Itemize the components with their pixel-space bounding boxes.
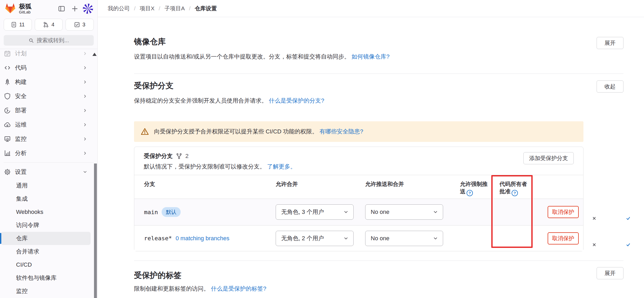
todos-count-button[interactable]: 3 xyxy=(66,19,94,31)
collapse-sidebar-button[interactable] xyxy=(56,3,67,14)
sidebar-item-integrations[interactable]: 集成 xyxy=(1,192,91,205)
column-header-force-push: 允许强制推送? xyxy=(460,180,491,196)
toggle-knob xyxy=(589,213,599,223)
sidebar-item-webhooks[interactable]: Webhooks xyxy=(1,205,91,219)
matching-branches-link[interactable]: 0 matching branches xyxy=(176,235,229,242)
sidebar-item-operate[interactable]: 运维 xyxy=(0,118,97,132)
branch-cell: release* 0 matching branches xyxy=(144,235,229,242)
scrollbar-up-arrow[interactable] xyxy=(92,53,97,56)
card-description-text: 默认情况下，受保护分支限制谁可以修改分支。 xyxy=(144,163,265,170)
allowed-to-push-dropdown[interactable]: No one xyxy=(365,231,443,246)
dropdown-value: 无角色, 3 个用户 xyxy=(281,208,324,216)
section-title: 受保护的标签 xyxy=(134,270,623,281)
protected-branches-help-link[interactable]: 什么是受保护的分支? xyxy=(269,97,324,104)
description-text: 限制创建和更新标签的访问。 xyxy=(134,285,209,292)
protected-branch-count: 2 xyxy=(185,153,189,160)
security-risks-link[interactable]: 有哪些安全隐患? xyxy=(319,128,363,135)
merge-requests-count-button[interactable]: 4 xyxy=(35,19,63,31)
chevron-down-icon xyxy=(343,236,349,241)
create-new-button[interactable] xyxy=(70,3,80,14)
action-cell: 取消保护 xyxy=(548,232,579,244)
sidebar-item-repository[interactable]: 仓库 xyxy=(1,232,91,245)
unprotect-button[interactable]: 取消保护 xyxy=(548,206,579,218)
section-protected-branches: 受保护分支 保持稳定的分支安全并强制开发人员使用合并请求。 什么是受保护的分支?… xyxy=(134,74,623,251)
sidebar-item-label: 分析 xyxy=(15,149,27,157)
sidebar-item-access-tokens[interactable]: 访问令牌 xyxy=(1,219,91,232)
table-header-row: 分支 允许合并 允许推送和合并 允许强制推送? 代码所有者批准? xyxy=(134,175,583,199)
card-description: 默认情况下，受保护分支限制谁可以修改分支。 了解更多。 xyxy=(144,163,296,171)
search-or-goto-button[interactable]: 搜索或转到... xyxy=(4,35,94,46)
breadcrumb-separator: / xyxy=(189,5,191,12)
expand-mirror-button[interactable]: 展开 xyxy=(597,37,623,49)
sidebar-item-packages[interactable]: 软件包与镜像库 xyxy=(1,271,91,285)
sidebar-item-monitor[interactable]: 监控 xyxy=(0,132,97,146)
sidebar-item-label: 监控 xyxy=(15,135,27,143)
gitlab-fox-logo[interactable] xyxy=(4,3,16,14)
todos-count: 3 xyxy=(82,22,85,28)
monitor-icon xyxy=(4,136,11,142)
main-area: 我的公司 / 项目X / 子项目A / 仓库设置 镜像仓库 设置项目以自动推送和… xyxy=(98,0,644,298)
sidebar-item-analyze[interactable]: 分析 xyxy=(0,146,97,160)
check-icon xyxy=(625,242,631,248)
protected-tags-help-link[interactable]: 什么是受保护的标签? xyxy=(211,285,266,292)
dropdown-value: No one xyxy=(371,235,389,242)
allowed-to-push-dropdown[interactable]: No one xyxy=(365,204,443,220)
sidebar-item-monitor-settings[interactable]: 监控 xyxy=(1,285,91,298)
section-mirror-repositories: 镜像仓库 设置项目以自动推送和/或从另一个仓库中提取更改。分支，标签和提交将自动… xyxy=(134,17,623,61)
learn-more-link[interactable]: 了解更多。 xyxy=(267,163,296,170)
branch-cell: main 默认 xyxy=(144,207,181,217)
chevron-right-icon xyxy=(83,65,87,70)
unprotect-button[interactable]: 取消保护 xyxy=(548,232,579,244)
breadcrumb-item-company[interactable]: 我的公司 xyxy=(108,5,130,12)
breadcrumb-item-subproject-a[interactable]: 子项目A xyxy=(165,5,185,12)
sidebar-item-general[interactable]: 通用 xyxy=(1,179,91,192)
sidebar-item-label: 设置 xyxy=(15,168,27,176)
issues-count-button[interactable]: 11 xyxy=(4,19,32,31)
issues-icon xyxy=(11,22,17,28)
search-label: 搜索或转到... xyxy=(37,37,69,44)
help-icon[interactable]: ? xyxy=(467,190,473,196)
sidebar-item-code[interactable]: 代码 xyxy=(0,61,97,75)
column-header-branch: 分支 xyxy=(144,180,155,188)
action-cell: 取消保护 xyxy=(548,206,579,218)
add-protected-branch-button[interactable]: 添加受保护分支 xyxy=(523,152,574,164)
sidebar-item-deploy[interactable]: 部署 xyxy=(0,103,97,118)
breadcrumb: 我的公司 / 项目X / 子项目A / 仓库设置 xyxy=(108,5,217,12)
chart-icon xyxy=(4,150,11,157)
section-title: 受保护分支 xyxy=(134,80,623,91)
sidebar-item-plan[interactable]: 计划 xyxy=(0,49,97,61)
section-protected-tags: 受保护的标签 限制创建和更新标签的访问。 什么是受保护的标签? 展开 xyxy=(134,261,623,293)
collapse-protected-branches-button[interactable]: 收起 xyxy=(597,80,623,93)
mirror-help-link[interactable]: 如何镜像仓库? xyxy=(351,53,389,60)
expand-protected-tags-button[interactable]: 展开 xyxy=(597,267,623,279)
chevron-right-icon xyxy=(83,137,87,141)
branch-name: main xyxy=(144,209,158,215)
warning-message: 向受保护分支授予合并权限还可以提升某些 CI/CD 功能的权限。 xyxy=(154,128,318,135)
user-avatar[interactable] xyxy=(83,3,93,14)
todo-icon xyxy=(74,22,80,28)
sidebar-scrollbar-thumb[interactable] xyxy=(94,164,97,298)
allowed-to-merge-dropdown[interactable]: 无角色, 2 个用户 xyxy=(276,231,354,246)
sidebar-item-cicd[interactable]: CI/CD xyxy=(1,258,91,271)
sidebar-item-build[interactable]: 构建 xyxy=(0,75,97,89)
sidebar: 极狐 GitLab 11 4 3 搜索或转到... xyxy=(0,0,98,298)
submenu-label: 通用 xyxy=(16,182,28,190)
allowed-to-merge-dropdown[interactable]: 无角色, 3 个用户 xyxy=(276,204,354,220)
menu-divider xyxy=(4,162,94,163)
breadcrumb-item-project-x[interactable]: 项目X xyxy=(140,5,155,12)
table-row: release* 0 matching branches 无角色, 2 个用户 … xyxy=(134,225,583,251)
sidebar-item-security[interactable]: 安全 xyxy=(0,89,97,103)
x-icon xyxy=(591,215,597,221)
sidebar-item-merge-requests[interactable]: 合并请求 xyxy=(1,245,91,258)
rocket-icon xyxy=(4,79,11,85)
sidebar-item-label: 运维 xyxy=(15,121,27,129)
sidebar-item-settings[interactable]: 设置 xyxy=(0,165,97,179)
help-icon[interactable]: ? xyxy=(512,190,518,196)
logo-subtitle: GitLab xyxy=(19,10,32,14)
sidebar-item-label: 安全 xyxy=(15,92,27,100)
sidebar-item-label: 代码 xyxy=(15,64,27,72)
toggle-knob xyxy=(589,240,599,250)
security-warning-banner: 向受保护分支授予合并权限还可以提升某些 CI/CD 功能的权限。 有哪些安全隐患… xyxy=(134,121,583,142)
submenu-label: 集成 xyxy=(16,195,28,203)
chevron-right-icon xyxy=(83,51,87,56)
